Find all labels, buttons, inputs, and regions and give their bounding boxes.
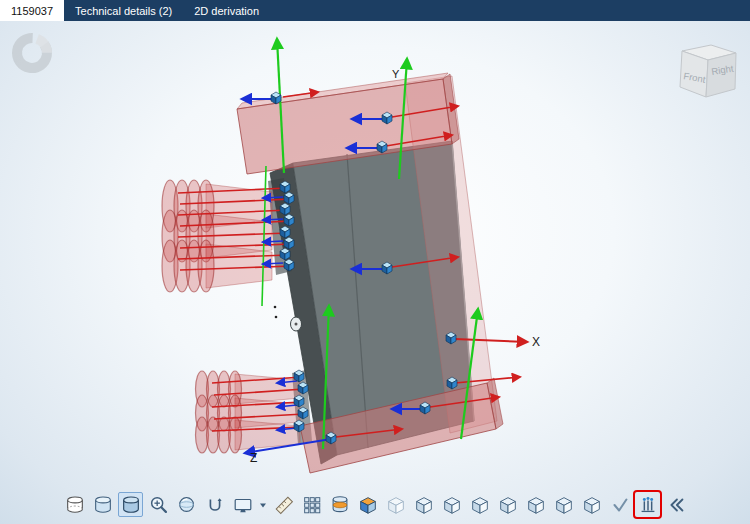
axis-z-label: Z — [250, 451, 257, 465]
tab-2d-derivation[interactable]: 2D derivation — [183, 0, 270, 21]
tab-bar: 1159037 Technical details (2) 2D derivat… — [0, 0, 750, 21]
cube-view-5-button[interactable] — [523, 492, 548, 517]
render-sphere-button[interactable] — [174, 492, 199, 517]
fit-to-screen-dropdown[interactable] — [258, 492, 268, 517]
colored-cube-view-button[interactable] — [355, 492, 380, 517]
section-cylinder-icon — [329, 494, 351, 516]
flip-arrows-icon — [665, 494, 687, 516]
cube-view-4-button[interactable] — [495, 492, 520, 517]
connection-points-icon — [637, 494, 659, 516]
viewport-3d-scene[interactable]: X Y Z — [0, 21, 750, 524]
flip-arrows-button[interactable] — [663, 492, 688, 517]
zoom-button[interactable] — [146, 492, 171, 517]
cube-icon — [497, 494, 519, 516]
tube-bundle-lower — [196, 371, 301, 453]
cube-icon — [441, 494, 463, 516]
axis-y-label: Y — [392, 68, 400, 80]
checkmark-icon — [609, 494, 631, 516]
cylinder-shaded-edges-icon — [120, 494, 142, 516]
chevron-down-icon — [259, 501, 267, 509]
rotate-tool-icon — [204, 494, 226, 516]
cube-view-6-button[interactable] — [551, 492, 576, 517]
zoom-icon — [148, 494, 170, 516]
cylinder-shaded-edges-view-button[interactable] — [118, 492, 143, 517]
tab-technical-details[interactable]: Technical details (2) — [64, 0, 183, 21]
cylinder-wireframe-view-button[interactable] — [62, 492, 87, 517]
fit-to-screen-button[interactable] — [230, 492, 255, 517]
cube-icon — [553, 494, 575, 516]
grid-button[interactable] — [299, 492, 324, 517]
tab-part-number[interactable]: 1159037 — [0, 0, 64, 21]
viewer-window: 1159037 Technical details (2) 2D derivat… — [0, 0, 750, 524]
cylinder-wireframe-icon — [64, 494, 86, 516]
colored-cube-icon — [357, 494, 379, 516]
measure-ruler-icon — [273, 494, 295, 516]
checkmark-view-button[interactable] — [607, 492, 632, 517]
render-sphere-icon — [176, 494, 198, 516]
section-cylinder-button[interactable] — [327, 492, 352, 517]
axis-x-label: X — [532, 335, 540, 349]
cube-transparent-view-button[interactable] — [383, 492, 408, 517]
viewport-3d[interactable]: X Y Z Front Right — [0, 21, 750, 524]
cube-icon — [525, 494, 547, 516]
cylinder-shaded-view-button[interactable] — [90, 492, 115, 517]
cube-transparent-icon — [385, 494, 407, 516]
cube-view-3-button[interactable] — [467, 492, 492, 517]
fit-to-screen-icon — [232, 494, 254, 516]
cube-icon — [581, 494, 603, 516]
connection-points-button[interactable] — [635, 492, 660, 517]
measure-ruler-button[interactable] — [271, 492, 296, 517]
cube-view-1-button[interactable] — [411, 492, 436, 517]
view-cube[interactable]: Front Right — [656, 41, 744, 119]
cube-icon — [413, 494, 435, 516]
cube-view-2-button[interactable] — [439, 492, 464, 517]
toolbar — [62, 492, 688, 517]
grid-icon — [301, 494, 323, 516]
cube-view-7-button[interactable] — [579, 492, 604, 517]
rotate-tool-button[interactable] — [202, 492, 227, 517]
rotation-spinner-icon — [8, 29, 56, 77]
cylinder-shaded-icon — [92, 494, 114, 516]
cube-icon — [469, 494, 491, 516]
